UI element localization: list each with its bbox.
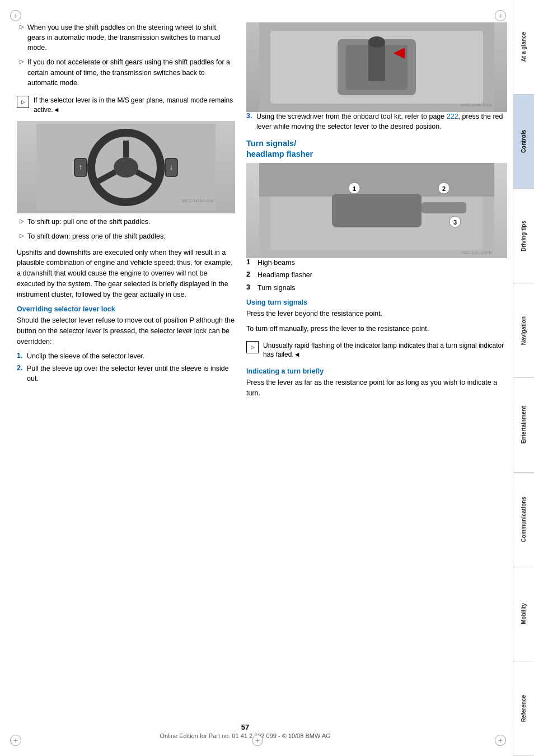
ts-label-2: Headlamp flasher <box>257 270 312 281</box>
bullet-item-2: ▷ If you do not accelerate or shift gear… <box>17 57 235 87</box>
sidebar-section-mobility: Mobility <box>513 567 534 662</box>
turn-signals-heading: Turn signals/headlamp flasher <box>246 138 507 160</box>
turn-signals-image: 1 2 3 P82-13C-25PR <box>246 163 507 258</box>
step-item-1: 1. Unclip the sleeve of the selector lev… <box>17 352 235 362</box>
using-turn-signals-heading: Using turn signals <box>246 298 507 306</box>
using-turn-signals-body2: To turn off manually, press the lever to… <box>246 324 507 334</box>
svg-point-2 <box>114 157 138 178</box>
ts-item-3: 3 Turn signals <box>246 283 507 293</box>
svg-rect-15 <box>368 42 385 81</box>
sidebar-section-communications: Communications <box>513 473 534 567</box>
ts-num-3: 3 <box>246 283 254 291</box>
turn-signals-list: 1 High beams 2 Headlamp flasher 3 Turn s… <box>246 258 507 293</box>
overriding-steps: 1. Unclip the sleeve of the selector lev… <box>17 352 235 384</box>
page-link-222[interactable]: 222 <box>447 113 458 120</box>
bullet-item-1: ▷ When you use the shift paddles on the … <box>17 22 235 53</box>
sidebar-section-reference: Reference <box>513 661 534 756</box>
intro-bullets: ▷ When you use the shift paddles on the … <box>17 22 235 88</box>
overriding-heading: Overriding selector lever lock <box>17 305 235 313</box>
selector-lever-svg: W02-0396-USA <box>246 22 507 112</box>
note-icon-turn-signals <box>246 341 259 353</box>
bullet-arrow-down: ▷ <box>20 232 24 239</box>
svg-text:1: 1 <box>353 185 356 192</box>
indicating-heading: Indicating a turn briefly <box>246 367 507 375</box>
note-text-selector: If the selector lever is in the M/S gear… <box>34 96 235 115</box>
svg-text:↓: ↓ <box>170 162 174 171</box>
footer-text: Online Edition for Part no. 01 41 2 602 … <box>0 732 490 739</box>
steering-wheel-svg: ↑ ↓ W12-0419-USA <box>36 124 216 211</box>
svg-text:3: 3 <box>453 219 457 226</box>
shift-bullet-up: ▷ To shift up: pull one of the shift pad… <box>17 217 235 227</box>
footer: 57 Online Edition for Part no. 01 41 2 6… <box>0 723 490 739</box>
body-text-upshifts: Upshifts and downshifts are executed onl… <box>17 248 235 300</box>
selector-lever-image: W02-0396-USA <box>246 22 507 112</box>
svg-rect-23 <box>421 202 466 213</box>
note-box-selector: If the selector lever is in the M/S gear… <box>17 94 235 117</box>
content-wrapper: ▷ When you use the shift paddles on the … <box>17 22 507 711</box>
bullet-text-down: To shift down: press one of the shift pa… <box>27 231 166 241</box>
bullet-arrow-up: ▷ <box>20 218 24 224</box>
step-text-1: Unclip the sleeve of the selector lever. <box>27 352 145 362</box>
using-turn-signals-body1: Press the lever beyond the resistance po… <box>246 309 507 319</box>
sidebar: At a glance Controls Driving tips Naviga… <box>513 0 534 756</box>
sidebar-label-reference: Reference <box>521 695 527 722</box>
sidebar-label-driving-tips: Driving tips <box>521 221 527 251</box>
sidebar-label-at-a-glance: At a glance <box>521 32 527 62</box>
ts-label-3: Turn signals <box>257 283 296 293</box>
note-box-turn-signals: Unusually rapid flashing of the indicato… <box>246 339 507 362</box>
sidebar-section-navigation: Navigation <box>513 283 534 378</box>
sidebar-section-entertainment: Entertainment <box>513 378 534 473</box>
svg-point-16 <box>368 36 385 48</box>
bullet-text-up: To shift up: pull one of the shift paddl… <box>27 217 151 227</box>
sidebar-section-controls: Controls <box>513 95 534 189</box>
bullet-arrow-1: ▷ <box>20 24 24 30</box>
sidebar-section-at-a-glance: At a glance <box>513 0 534 95</box>
note-icon-selector <box>17 96 29 108</box>
sidebar-label-controls: Controls <box>521 130 527 153</box>
main-content: ▷ When you use the shift paddles on the … <box>0 0 513 756</box>
svg-text:↑: ↑ <box>79 162 83 171</box>
ts-label-1: High beams <box>257 258 295 268</box>
step-num-3: 3. <box>246 112 256 132</box>
ts-num-1: 1 <box>246 258 254 266</box>
sidebar-section-driving-tips: Driving tips <box>513 189 534 284</box>
bullet-text-1: When you use the shift paddles on the st… <box>27 22 235 53</box>
step-text-3: Using the screwdriver from the onboard t… <box>256 112 507 132</box>
page-container: At a glance Controls Driving tips Naviga… <box>0 0 534 756</box>
step-num-1: 1. <box>17 352 27 362</box>
step-text-2: Pull the sleeve up over the selector lev… <box>27 364 235 384</box>
shift-bullet-down: ▷ To shift down: press one of the shift … <box>17 231 235 241</box>
svg-rect-22 <box>332 194 421 227</box>
ts-num-2: 2 <box>246 270 254 278</box>
step-num-2: 2. <box>17 364 27 384</box>
overriding-body: Should the selector lever refuse to move… <box>17 315 235 347</box>
step-item-2: 2. Pull the sleeve up over the selector … <box>17 364 235 384</box>
svg-text:W12-0419-USA: W12-0419-USA <box>182 198 214 203</box>
shift-bullets: ▷ To shift up: pull one of the shift pad… <box>17 217 235 241</box>
reg-mark-bc <box>252 735 263 746</box>
turn-signals-svg: 1 2 3 P82-13C-25PR <box>246 163 507 258</box>
svg-text:W02-0396-USA: W02-0396-USA <box>461 102 493 108</box>
svg-text:2: 2 <box>442 185 446 192</box>
indicating-body: Press the lever as far as the resistance… <box>246 377 507 399</box>
ts-item-1: 1 High beams <box>246 258 507 268</box>
right-column: W02-0396-USA 3. Using the screwdriver fr… <box>246 22 507 711</box>
sidebar-label-mobility: Mobility <box>521 603 527 624</box>
sidebar-label-communications: Communications <box>521 497 527 542</box>
steering-wheel-image: ↑ ↓ W12-0419-USA <box>17 121 235 213</box>
svg-rect-21 <box>259 163 494 197</box>
bullet-text-2: If you do not accelerate or shift gears … <box>27 57 235 87</box>
left-column: ▷ When you use the shift paddles on the … <box>17 22 235 711</box>
svg-text:P82-13C-25PR: P82-13C-25PR <box>462 250 492 255</box>
note-text-turn-signals: Unusually rapid flashing of the indicato… <box>263 341 507 360</box>
step-3-container: 3. Using the screwdriver from the onboar… <box>246 112 507 132</box>
ts-item-2: 2 Headlamp flasher <box>246 270 507 281</box>
page-number: 57 <box>0 723 490 731</box>
sidebar-label-entertainment: Entertainment <box>521 406 527 444</box>
sidebar-label-navigation: Navigation <box>521 316 527 345</box>
bullet-arrow-2: ▷ <box>20 58 24 64</box>
